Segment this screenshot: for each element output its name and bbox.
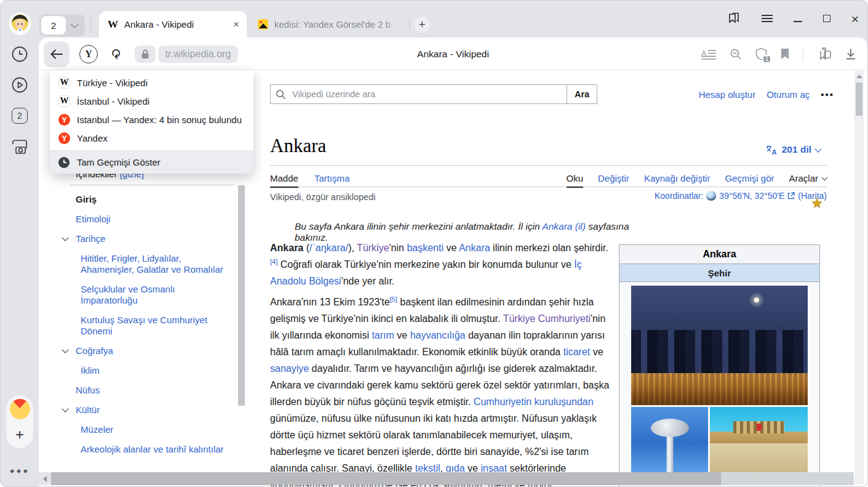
toc-item[interactable]: Etimoloji [53, 214, 237, 225]
history-menu-item[interactable]: Y Istanbul — Yandex: 4 bin sonuç bulundu [50, 110, 253, 129]
create-account-link[interactable]: Hesap oluştur [699, 89, 756, 100]
site-favicon: W [58, 95, 70, 107]
toc-item[interactable]: Selçuklular ve Osmanlı İmparatorluğu [53, 284, 225, 306]
new-tab-button[interactable]: + [414, 17, 430, 33]
infobox-image-anitkabir[interactable] [710, 407, 808, 472]
chevron-down-icon [62, 346, 68, 353]
tab-strip: 2 W Ankara - Vikipedi × kedisi: Yandex G… [1, 1, 867, 38]
divider [70, 185, 234, 185]
add-app-icon[interactable]: + [15, 426, 24, 443]
language-count: 201 dil [782, 144, 811, 155]
toc-scrollbar-thumb[interactable] [238, 185, 245, 406]
language-selector[interactable]: A 201 dil [766, 144, 821, 155]
vertical-scrollbar-thumb[interactable] [856, 83, 862, 116]
history-menu-item[interactable]: W Türkiye - Vikipedi [50, 73, 253, 92]
coordinates[interactable]: Koordinatlar: 39°56′N, 32°50′E (Harita) [655, 191, 827, 201]
view-tab[interactable]: Geçmişi gör [725, 169, 774, 187]
external-link-icon [787, 192, 795, 199]
close-tab-icon[interactable]: × [233, 18, 239, 31]
reader-mode-icon[interactable]: A [701, 49, 716, 60]
scroll-up-arrow-icon[interactable] [856, 74, 862, 78]
show-full-history-item[interactable]: Tam Geçmişi Göster [50, 150, 253, 174]
history-dropdown-menu: W Türkiye - Vikipedi W İstanbul - Vikipe… [50, 70, 253, 174]
tab-ankara-vikipedi[interactable]: W Ankara - Vikipedi × [99, 11, 247, 38]
tab-title: Ankara - Vikipedi [124, 19, 229, 30]
wikipedia-favicon: W [108, 18, 118, 31]
tab-yandex-gorsel[interactable]: kedisi: Yandex Görsel'de 2 b [249, 11, 410, 38]
more-options-icon[interactable]: ••• [821, 89, 834, 100]
divider [270, 165, 827, 166]
infobox: Ankara Şehir [619, 244, 820, 486]
view-tab[interactable]: Araçlar [789, 169, 827, 187]
lock-icon[interactable] [135, 46, 156, 63]
wiki-search-box[interactable] [270, 84, 567, 104]
history-menu-item[interactable]: Y Yandex [50, 129, 253, 147]
back-button[interactable] [44, 41, 70, 67]
chevron-down-icon [822, 174, 828, 180]
view-tab[interactable]: Oku [567, 169, 584, 187]
paragraph: Ankara (/ˈaŋkara/), Türkiye'nin başkenti… [270, 239, 610, 289]
browser-toolbar: Ankara - Vikipedi Y ⟳ tr.wikipedia.org A [39, 38, 867, 70]
minimize-window-button[interactable] [794, 21, 802, 22]
toc-item[interactable]: Tarihçe [53, 233, 237, 244]
close-window-button[interactable]: × [851, 12, 859, 25]
yandex-search-button[interactable]: Y [79, 45, 98, 63]
toc-item[interactable]: Hititler, Frigler, Lidyalılar, Ahamenişl… [53, 253, 225, 275]
infobox-type: Şehir [619, 264, 819, 282]
divider [90, 18, 91, 33]
sidebar-more-icon[interactable]: ●●● [10, 466, 30, 475]
tabs-panel-icon[interactable]: 2 [12, 108, 28, 124]
side-panels-icon[interactable] [727, 12, 741, 25]
toc-item[interactable]: Nüfus [53, 385, 237, 396]
article-tab-bar: MaddeTartışma OkuDeğiştirKaynağı değişti… [270, 169, 827, 187]
toc-item[interactable]: Giriş [53, 194, 237, 205]
media-play-icon[interactable] [11, 76, 28, 94]
view-tab[interactable]: Değiştir [598, 169, 629, 187]
yandex-mail-icon[interactable] [10, 399, 30, 419]
chevron-down-icon [62, 405, 68, 412]
view-tab[interactable]: Kaynağı değiştir [644, 169, 711, 187]
toc-item[interactable]: Arkeolojik alanlar ve tarihî kalıntılar [53, 444, 225, 455]
history-icon[interactable] [11, 46, 28, 63]
scroll-left-arrow-icon[interactable] [39, 472, 51, 485]
screenshot-icon[interactable] [10, 138, 29, 155]
toc-item[interactable]: Kurtuluş Savaşı ve Cumhuriyet Dönemi [53, 315, 225, 337]
featured-article-star-icon: ★ [811, 195, 823, 211]
tabs-count: 2 [12, 108, 28, 124]
profile-avatar[interactable] [9, 12, 31, 35]
bookmark-icon[interactable] [781, 48, 789, 60]
reload-icon[interactable]: ⟳ [108, 49, 123, 60]
divider [803, 47, 803, 62]
toc-item[interactable]: Coğrafya [53, 345, 237, 356]
toc-item[interactable]: Kültür [53, 404, 237, 416]
login-link[interactable]: Oturum aç [766, 89, 810, 100]
zoom-icon[interactable] [730, 48, 742, 60]
search-submit-button[interactable]: Ara [567, 84, 597, 104]
infobox-image-skyline[interactable] [631, 286, 808, 405]
maximize-window-button[interactable] [823, 15, 830, 22]
namespace-tab[interactable]: Madde [270, 169, 298, 187]
horizontal-scrollbar-thumb[interactable] [51, 472, 721, 485]
downloads-icon[interactable] [845, 48, 856, 60]
address-bar[interactable]: tr.wikipedia.org [158, 46, 239, 63]
tab-counter[interactable]: 2 [39, 14, 85, 36]
toc-item[interactable]: Müzeler [53, 424, 225, 435]
coordinates-value: 39°56′N, 32°50′E [719, 191, 784, 201]
menu-icon[interactable] [762, 12, 773, 24]
protect-shield-icon[interactable]: 1 [755, 47, 767, 61]
site-favicon: Y [58, 132, 70, 144]
toc-item[interactable]: İklim [53, 365, 225, 376]
namespace-tab[interactable]: Tartışma [314, 169, 350, 187]
history-menu-item[interactable]: W İstanbul - Vikipedi [50, 92, 253, 110]
chevron-down-icon [814, 145, 821, 152]
browser-sidebar: 2 + ●●● [1, 38, 39, 486]
collections-icon[interactable] [817, 47, 832, 61]
site-favicon: Y [58, 114, 70, 126]
vertical-scrollbar[interactable] [854, 70, 864, 485]
infobox-image-atakule[interactable] [631, 407, 708, 472]
globe-icon [706, 191, 716, 201]
tab-counter-value: 2 [41, 16, 66, 34]
horizontal-scrollbar[interactable] [39, 472, 854, 485]
search-input[interactable] [291, 89, 562, 100]
clock-icon [58, 157, 70, 168]
